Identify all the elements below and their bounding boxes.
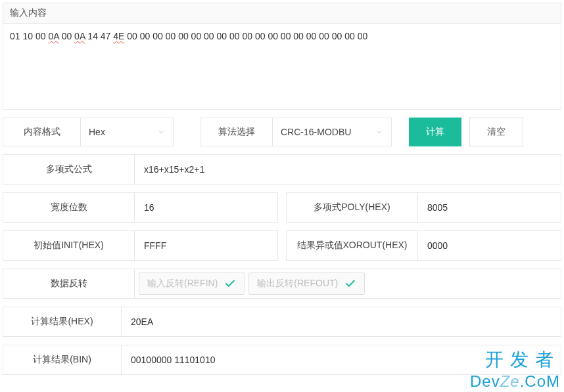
refout-text: 输出反转(REFOUT) bbox=[257, 278, 338, 290]
init-value: FFFF bbox=[135, 231, 277, 260]
format-group: 内容格式 Hex bbox=[3, 118, 174, 146]
compute-button[interactable]: 计算 bbox=[409, 118, 461, 146]
input-text-err1: 0A bbox=[48, 31, 59, 41]
algo-value: CRC-16-MODBU bbox=[281, 127, 351, 137]
row-init-xorout: 初始值INIT(HEX) FFFF 结果异或值XOROUT(HEX) 0000 bbox=[3, 230, 561, 261]
algo-group: 算法选择 CRC-16-MODBU bbox=[200, 118, 392, 146]
row-result-hex: 计算结果(HEX) 20EA bbox=[3, 307, 561, 337]
reflect-values: 输入反转(REFIN) 输出反转(REFOUT) bbox=[135, 269, 378, 298]
input-text-err2: 0A bbox=[74, 31, 85, 41]
algo-label: 算法选择 bbox=[200, 118, 273, 146]
poly-hex-label: 多项式POLY(HEX) bbox=[287, 193, 418, 222]
width-label: 宽度位数 bbox=[3, 193, 135, 222]
row-reflect: 数据反转 输入反转(REFIN) 输出反转(REFOUT) bbox=[3, 269, 561, 299]
poly-hex-value: 8005 bbox=[418, 193, 561, 222]
result-bin-value: 00100000 11101010 bbox=[122, 345, 224, 374]
xorout-label: 结果异或值XOROUT(HEX) bbox=[287, 231, 418, 260]
format-value: Hex bbox=[89, 127, 105, 137]
poly-formula-label: 多项式公式 bbox=[3, 155, 135, 184]
input-text-err3: 4E bbox=[113, 31, 124, 41]
row-poly-formula: 多项式公式 x16+x15+x2+1 bbox=[3, 154, 561, 185]
result-bin-label: 计算结果(BIN) bbox=[3, 345, 122, 374]
init-label: 初始值INIT(HEX) bbox=[3, 231, 135, 260]
chevron-down-icon bbox=[157, 128, 165, 136]
input-panel: 输入内容 01 10 00 0A 00 0A 14 47 4E 00 00 00… bbox=[3, 3, 561, 110]
result-hex-label: 计算结果(HEX) bbox=[3, 307, 122, 336]
refout-toggle[interactable]: 输出反转(REFOUT) bbox=[248, 272, 365, 295]
xorout-value: 0000 bbox=[418, 231, 561, 260]
result-hex-value: 20EA bbox=[122, 307, 162, 336]
refin-toggle[interactable]: 输入反转(REFIN) bbox=[139, 272, 245, 295]
poly-formula-value: x16+x15+x2+1 bbox=[135, 155, 214, 184]
row-width-poly: 宽度位数 16 多项式POLY(HEX) 8005 bbox=[3, 192, 561, 223]
refin-text: 输入反转(REFIN) bbox=[147, 278, 218, 290]
row-result-bin: 计算结果(BIN) 00100000 11101010 bbox=[3, 345, 561, 375]
format-label: 内容格式 bbox=[3, 118, 81, 146]
check-icon bbox=[224, 278, 236, 290]
chevron-down-icon bbox=[375, 128, 383, 136]
format-select[interactable]: Hex bbox=[81, 118, 173, 146]
input-header: 输入内容 bbox=[3, 3, 561, 24]
width-value: 16 bbox=[135, 193, 277, 222]
algo-select[interactable]: CRC-16-MODBU bbox=[273, 118, 391, 146]
input-text-prefix: 01 10 00 bbox=[10, 31, 48, 41]
input-text-suffix: 00 00 00 00 00 00 00 00 00 00 00 00 00 0… bbox=[124, 31, 367, 41]
input-textarea[interactable]: 01 10 00 0A 00 0A 14 47 4E 00 00 00 00 0… bbox=[3, 24, 561, 109]
reflect-label: 数据反转 bbox=[3, 269, 135, 298]
check-icon bbox=[344, 278, 356, 290]
input-text-mid1: 00 bbox=[59, 31, 74, 41]
clear-button[interactable]: 清空 bbox=[469, 118, 523, 146]
controls-row: 内容格式 Hex 算法选择 CRC-16-MODBU 计算 清空 bbox=[3, 118, 561, 146]
input-text-mid2: 14 47 bbox=[85, 31, 113, 41]
